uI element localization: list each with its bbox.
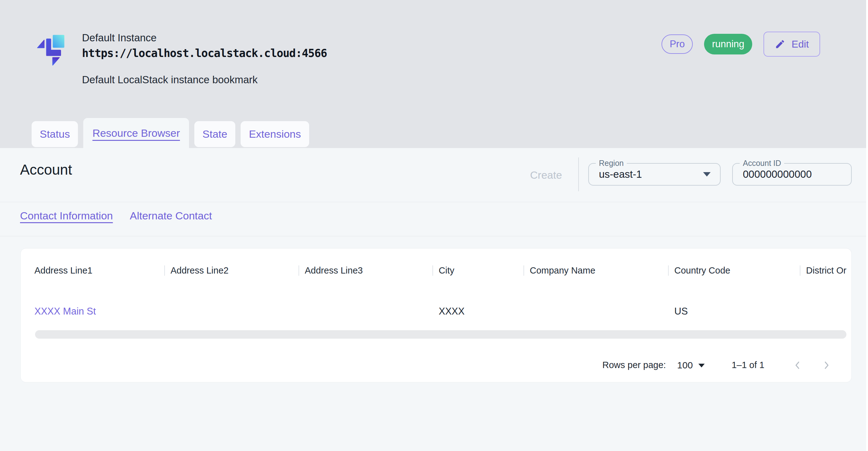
region-select-value: us-east-1: [599, 169, 642, 180]
horizontal-scrollbar[interactable]: [35, 330, 846, 339]
status-badge: running: [704, 34, 752, 55]
rows-per-page-value: 100: [677, 360, 693, 370]
rows-per-page-label: Rows per page:: [602, 360, 666, 370]
scrollbar-gutter: [866, 0, 868, 451]
column-header-address-line3: Address Line3: [299, 265, 432, 276]
instance-description: Default LocalStack instance bookmark: [82, 74, 327, 86]
instance-title: Default Instance: [82, 31, 327, 44]
results-table-card: Address Line1 Address Line2 Address Line…: [20, 248, 852, 383]
instance-tabs: Status Resource Browser State Extensions: [32, 118, 309, 148]
previous-page-button[interactable]: [792, 360, 803, 371]
create-button[interactable]: Create: [528, 169, 564, 182]
plan-badge: Pro: [661, 34, 693, 54]
column-header-district: District Or: [800, 265, 851, 276]
instance-badges: Pro running Edit: [661, 32, 820, 57]
tab-state-label: State: [203, 128, 227, 140]
resource-subtabs: Contact Information Alternate Contact: [20, 210, 212, 222]
row-cell-country-code: US: [668, 306, 800, 317]
instance-header: Default Instance https://localhost.local…: [0, 0, 868, 148]
row-cell-city: XXXX: [432, 306, 524, 317]
table-pagination: Rows per page: 100 1–1 of 1: [21, 339, 851, 383]
next-page-button[interactable]: [821, 360, 832, 371]
table-header-row: Address Line1 Address Line2 Address Line…: [21, 248, 851, 293]
instance-url: https://localhost.localstack.cloud:4566: [82, 46, 327, 61]
tab-status[interactable]: Status: [32, 121, 78, 147]
region-select[interactable]: Region us-east-1: [588, 159, 721, 186]
table-row: XXXX Main St XXXX US: [21, 293, 851, 330]
instance-info: Default Instance https://localhost.local…: [82, 31, 327, 86]
pencil-icon: [775, 39, 785, 50]
section-divider: [0, 202, 868, 202]
rows-per-page-select[interactable]: 100: [677, 360, 705, 370]
column-header-address-line1: Address Line1: [21, 265, 164, 276]
chevron-right-icon: [821, 360, 832, 371]
tab-state[interactable]: State: [194, 121, 235, 147]
resource-browser-panel: Account Create Region us-east-1 Account …: [0, 148, 868, 451]
subtab-contact-information[interactable]: Contact Information: [20, 210, 113, 222]
row-address-link[interactable]: XXXX Main St: [34, 306, 96, 317]
tab-extensions[interactable]: Extensions: [241, 121, 309, 147]
tab-status-label: Status: [40, 128, 70, 140]
localstack-logo-icon: [31, 28, 72, 71]
region-select-label: Region: [596, 159, 627, 167]
select-caret-icon: [699, 364, 705, 367]
chevron-left-icon: [792, 360, 803, 371]
account-id-field[interactable]: Account ID: [732, 159, 852, 186]
tab-resource-browser[interactable]: Resource Browser: [83, 118, 189, 148]
account-id-input[interactable]: [743, 169, 837, 180]
dropdown-arrow-icon: [703, 172, 711, 177]
column-header-country-code: Country Code: [668, 265, 800, 276]
edit-button-label: Edit: [792, 38, 809, 50]
tab-extensions-label: Extensions: [249, 128, 301, 140]
section-divider: [0, 236, 868, 236]
column-header-address-line2: Address Line2: [164, 265, 299, 276]
page-title: Account: [20, 161, 72, 178]
account-id-field-label: Account ID: [740, 159, 784, 167]
column-header-company-name: Company Name: [524, 265, 668, 276]
subtab-alternate-contact[interactable]: Alternate Contact: [130, 210, 212, 222]
edit-button[interactable]: Edit: [764, 32, 820, 57]
pagination-range: 1–1 of 1: [732, 360, 765, 370]
toolbar-divider: [578, 157, 579, 191]
column-header-city: City: [432, 265, 524, 276]
tab-resource-browser-label: Resource Browser: [92, 127, 180, 139]
